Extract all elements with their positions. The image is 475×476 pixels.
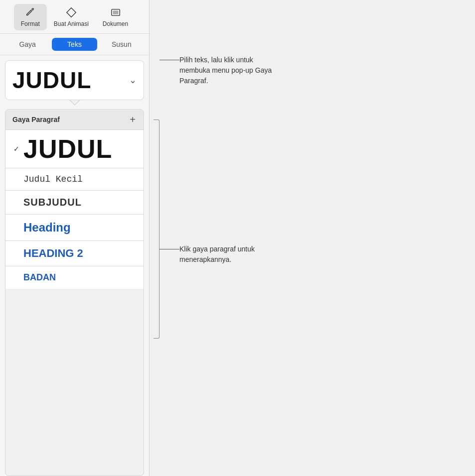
callout-first: Pilih teks, lalu klik untuk membuka menu…: [179, 55, 284, 86]
add-style-button[interactable]: +: [129, 115, 137, 124]
current-style-selector[interactable]: JUDUL ⌄: [5, 60, 144, 100]
style-label-heading: Heading: [23, 221, 71, 235]
chevron-down-icon: ⌄: [129, 75, 137, 86]
style-label-judul-kecil: Judul Kecil: [23, 174, 83, 184]
animate-label: Buat Animasi: [54, 20, 89, 27]
style-label-heading2: HEADING 2: [23, 247, 83, 260]
dropdown-arrow-connector: [5, 100, 144, 106]
document-label: Dokumen: [103, 20, 128, 27]
subtabs-row: Gaya Teks Susun: [0, 34, 149, 55]
style-item-subjudul[interactable]: SUBJUDUL: [5, 191, 144, 215]
document-icon: [110, 7, 121, 19]
callout-line-h2: [159, 249, 179, 249]
scrollbar-bracket[interactable]: [154, 119, 159, 339]
para-styles-title: Gaya Paragraf: [12, 116, 60, 123]
svg-marker-0: [67, 8, 76, 17]
format-label: Format: [21, 20, 40, 27]
sidebar: Format Buat Animasi Dokumen Gaya: [0, 0, 150, 476]
document-tab-button[interactable]: Dokumen: [96, 4, 135, 30]
callout-text-second: Klik gaya paragraf untuk menerapkannya.: [179, 244, 279, 265]
para-styles-panel: Gaya Paragraf + ✓ JUDUL Judul Kecil SUBJ…: [5, 109, 144, 476]
callout-line-h1: [159, 60, 179, 60]
style-label-judul: JUDUL: [23, 136, 112, 162]
style-item-judul[interactable]: ✓ JUDUL: [5, 130, 144, 168]
tab-gaya[interactable]: Gaya: [5, 38, 50, 51]
check-icon: ✓: [13, 145, 21, 153]
current-style-label: JUDUL: [12, 67, 91, 94]
toolbar: Format Buat Animasi Dokumen: [0, 0, 149, 34]
style-item-heading[interactable]: Heading: [5, 215, 144, 241]
styles-list: ✓ JUDUL Judul Kecil SUBJUDUL Heading: [5, 130, 144, 476]
main-content-area: Pilih teks, lalu klik untuk membuka menu…: [150, 0, 475, 476]
animate-icon: [66, 7, 77, 19]
format-tab-button[interactable]: Format: [14, 4, 47, 30]
style-item-judul-kecil[interactable]: Judul Kecil: [5, 168, 144, 191]
tab-teks[interactable]: Teks: [52, 38, 97, 51]
format-icon: [25, 7, 36, 19]
style-item-heading2[interactable]: HEADING 2: [5, 241, 144, 266]
para-styles-header: Gaya Paragraf +: [5, 110, 144, 130]
callout-text-first: Pilih teks, lalu klik untuk membuka menu…: [179, 55, 284, 86]
tab-susun[interactable]: Susun: [99, 38, 144, 51]
style-item-badan[interactable]: BADAN: [5, 266, 144, 289]
style-label-subjudul: SUBJUDUL: [23, 197, 82, 208]
svg-rect-2: [113, 10, 118, 14]
style-label-badan: BADAN: [23, 272, 56, 283]
animate-tab-button[interactable]: Buat Animasi: [47, 4, 96, 30]
callout-second: Klik gaya paragraf untuk menerapkannya.: [179, 244, 279, 265]
